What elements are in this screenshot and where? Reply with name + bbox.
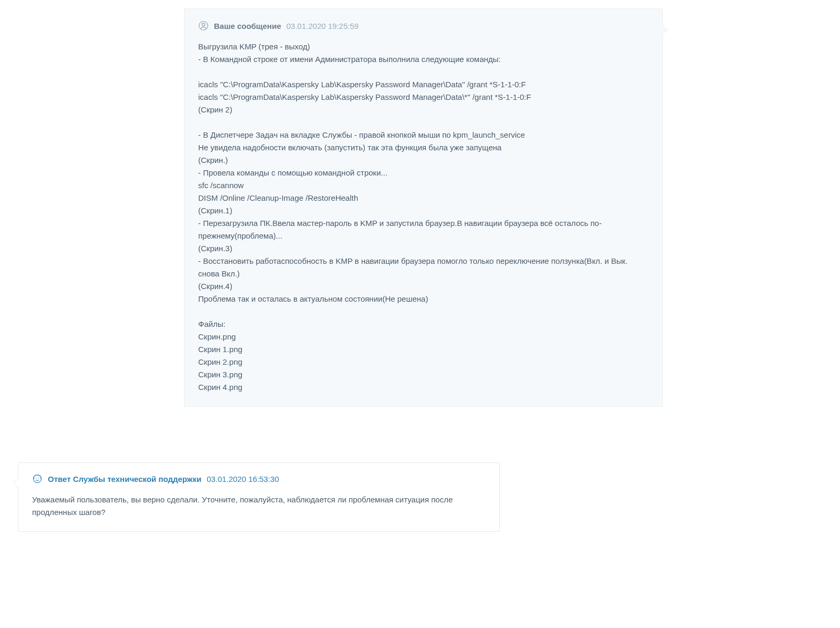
support-message-body: Уважаемый пользователь, вы верно сделали… bbox=[32, 493, 486, 519]
speech-pointer-left bbox=[13, 479, 18, 487]
support-message-header: Ответ Службы технической поддержки 03.01… bbox=[32, 473, 486, 484]
user-message-body: Выгрузила KMP (трея - выход) - В Командн… bbox=[198, 40, 649, 394]
user-message-header: Ваше сообщение 03.01.2020 19:25:59 bbox=[198, 20, 649, 31]
user-message-card: Ваше сообщение 03.01.2020 19:25:59 Выгру… bbox=[184, 8, 663, 407]
user-message-author: Ваше сообщение bbox=[214, 22, 281, 30]
svg-point-4 bbox=[38, 478, 39, 479]
speech-pointer-right bbox=[662, 26, 668, 34]
svg-point-1 bbox=[202, 23, 204, 26]
support-message-timestamp: 03.01.2020 16:53:30 bbox=[207, 475, 279, 483]
conversation-thread: Ваше сообщение 03.01.2020 19:25:59 Выгру… bbox=[0, 0, 840, 628]
svg-point-3 bbox=[36, 478, 37, 479]
user-avatar-icon bbox=[198, 20, 209, 31]
user-message-timestamp: 03.01.2020 19:25:59 bbox=[286, 22, 359, 30]
support-message-card: Ответ Службы технической поддержки 03.01… bbox=[18, 462, 500, 532]
support-message-author: Ответ Службы технической поддержки bbox=[48, 475, 201, 483]
support-agent-icon bbox=[32, 473, 43, 484]
